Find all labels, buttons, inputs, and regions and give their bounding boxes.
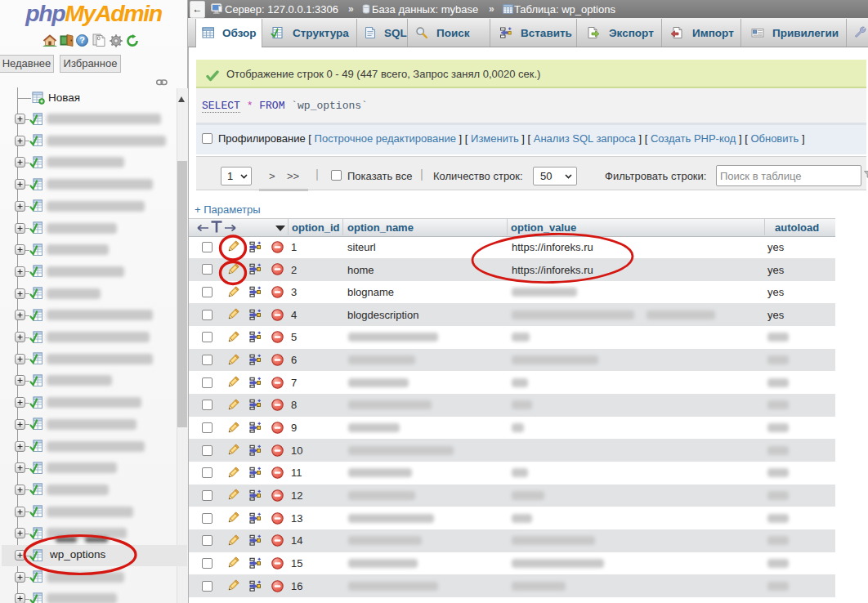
svg-text:?: ?: [79, 35, 85, 45]
